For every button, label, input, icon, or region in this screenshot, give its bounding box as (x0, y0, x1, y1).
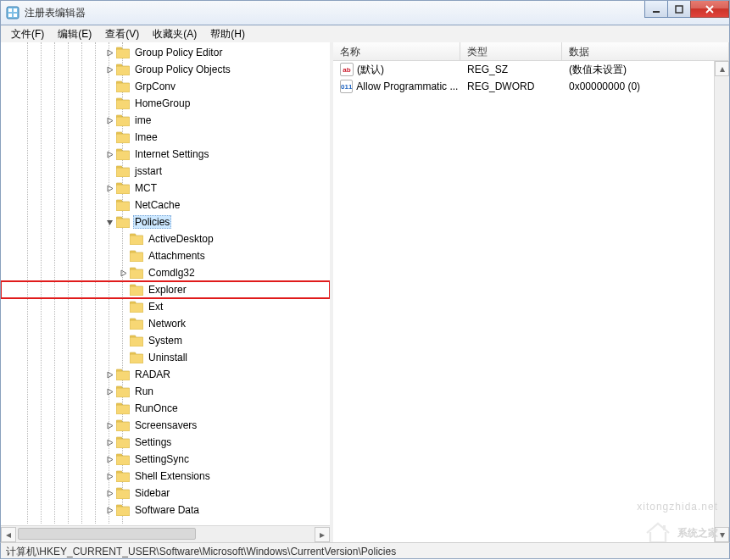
values-list[interactable]: ab(默认)REG_SZ(数值未设置)011Allow Programmatic… (333, 61, 729, 95)
column-type[interactable]: 类型 (460, 42, 562, 60)
tree-item[interactable]: Screensavers (1, 417, 330, 434)
value-name: (默认) (357, 63, 384, 77)
expand-icon[interactable] (104, 505, 114, 515)
tree-item[interactable]: Group Policy Objects (1, 61, 330, 78)
expand-icon[interactable] (104, 369, 114, 380)
scroll-thumb[interactable] (18, 528, 196, 540)
tree-horizontal-scrollbar[interactable]: ◂ ▸ (1, 525, 330, 542)
tree-item[interactable]: RADAR (1, 366, 330, 383)
tree-item[interactable]: Ext (1, 298, 330, 315)
scroll-right-button[interactable]: ▸ (315, 527, 330, 542)
folder-icon (116, 504, 130, 516)
value-type: REG_SZ (460, 64, 562, 75)
folder-icon (116, 487, 130, 499)
expand-icon[interactable] (104, 488, 114, 498)
values-vertical-scrollbar[interactable]: ▴ ▾ (714, 61, 729, 542)
value-row[interactable]: 011Allow Programmatic ...REG_DWORD0x0000… (333, 78, 729, 95)
tree-item-label: ActiveDesktop (147, 232, 215, 246)
tree-item-label: RADAR (133, 368, 172, 381)
folder-icon (130, 284, 143, 296)
tree-item[interactable]: ActiveDesktop (1, 230, 330, 247)
tree-item[interactable]: Run (1, 383, 330, 400)
tree-item[interactable]: Uninstall (1, 349, 330, 366)
client-area: Group Policy EditorGroup Policy ObjectsG… (0, 42, 730, 542)
tree-item[interactable]: Network (1, 315, 330, 332)
column-data[interactable]: 数据 (562, 42, 729, 60)
minimize-button[interactable] (644, 1, 668, 18)
expand-icon[interactable] (104, 115, 114, 125)
tree-item[interactable]: RunOnce (1, 400, 330, 417)
value-row[interactable]: ab(默认)REG_SZ(数值未设置) (333, 61, 729, 78)
column-name[interactable]: 名称 (333, 42, 460, 60)
window-buttons (645, 1, 729, 18)
tree-item[interactable]: jsstart (1, 163, 330, 180)
tree-item-label: Run (133, 385, 155, 398)
scroll-down-button[interactable]: ▾ (715, 527, 729, 542)
svg-rect-3 (8, 14, 12, 17)
tree-item[interactable]: Policies (1, 213, 330, 230)
folder-icon (116, 165, 130, 177)
expand-icon[interactable] (104, 386, 114, 396)
tree-item[interactable]: MCT (1, 180, 330, 197)
close-button[interactable] (690, 1, 729, 18)
expand-icon[interactable] (104, 437, 114, 447)
folder-icon (116, 148, 130, 160)
tree-item[interactable]: GrpConv (1, 78, 330, 95)
svg-rect-28 (116, 219, 130, 228)
tree-item-label: System (147, 334, 184, 347)
tree-item[interactable]: Attachments (1, 247, 330, 264)
svg-rect-30 (130, 236, 143, 245)
tree-item[interactable]: System (1, 332, 330, 349)
tree-item[interactable]: Internet Settings (1, 146, 330, 163)
tree-item[interactable]: Comdlg32 (1, 264, 330, 281)
expand-icon[interactable] (104, 454, 114, 464)
expand-icon[interactable] (104, 420, 114, 430)
folder-icon (116, 436, 130, 448)
menu-view[interactable]: 查看(V) (98, 25, 146, 43)
svg-rect-12 (116, 83, 130, 92)
tree-item[interactable]: Explorer (1, 281, 330, 298)
svg-rect-62 (116, 507, 130, 516)
menu-file[interactable]: 文件(F) (4, 25, 51, 43)
expand-icon[interactable] (104, 64, 114, 75)
collapse-icon[interactable] (104, 217, 114, 227)
status-path: 计算机\HKEY_CURRENT_USER\Software\Microsoft… (6, 546, 396, 557)
tree-item[interactable]: Sidebar (1, 485, 330, 502)
tree-item[interactable]: ime (1, 112, 330, 129)
menu-help[interactable]: 帮助(H) (203, 25, 252, 43)
folder-icon (116, 470, 130, 482)
tree-item-label: Internet Settings (133, 147, 210, 161)
folder-icon (116, 182, 130, 194)
tree-item[interactable]: HomeGroup (1, 95, 330, 112)
tree-item[interactable]: Software Data (1, 502, 330, 518)
maximize-button[interactable] (667, 1, 691, 18)
tree-item[interactable]: Imee (1, 129, 330, 146)
tree-item[interactable]: Settings (1, 434, 330, 451)
expand-icon[interactable] (118, 268, 128, 278)
scroll-left-button[interactable]: ◂ (1, 527, 16, 542)
scroll-up-button[interactable]: ▴ (715, 61, 729, 76)
tree-item[interactable]: SettingSync (1, 451, 330, 468)
tree-item[interactable]: Shell Extensions (1, 468, 330, 485)
tree-item[interactable]: Group Policy Editor (1, 44, 330, 61)
svg-rect-42 (130, 337, 143, 347)
tree-item-label: RunOnce (133, 402, 180, 415)
svg-rect-14 (116, 100, 130, 109)
tree-item[interactable]: NetCache (1, 197, 330, 213)
folder-icon (130, 233, 143, 245)
scroll-track[interactable] (715, 76, 729, 527)
svg-rect-1 (8, 8, 12, 12)
expand-icon[interactable] (104, 149, 114, 159)
registry-tree[interactable]: Group Policy EditorGroup Policy ObjectsG… (1, 42, 330, 524)
expand-icon[interactable] (104, 183, 114, 193)
folder-icon (116, 385, 130, 397)
menu-edit[interactable]: 编辑(E) (51, 25, 98, 43)
expand-icon[interactable] (104, 471, 114, 481)
values-header: 名称 类型 数据 (333, 42, 729, 61)
dword-value-icon: 011 (340, 80, 353, 93)
tree-pane: Group Policy EditorGroup Policy ObjectsG… (1, 42, 330, 542)
tree-item-label: Policies (133, 215, 171, 229)
expand-icon[interactable] (104, 47, 114, 58)
scroll-track[interactable] (16, 527, 315, 542)
menu-favorites[interactable]: 收藏夹(A) (146, 25, 203, 43)
